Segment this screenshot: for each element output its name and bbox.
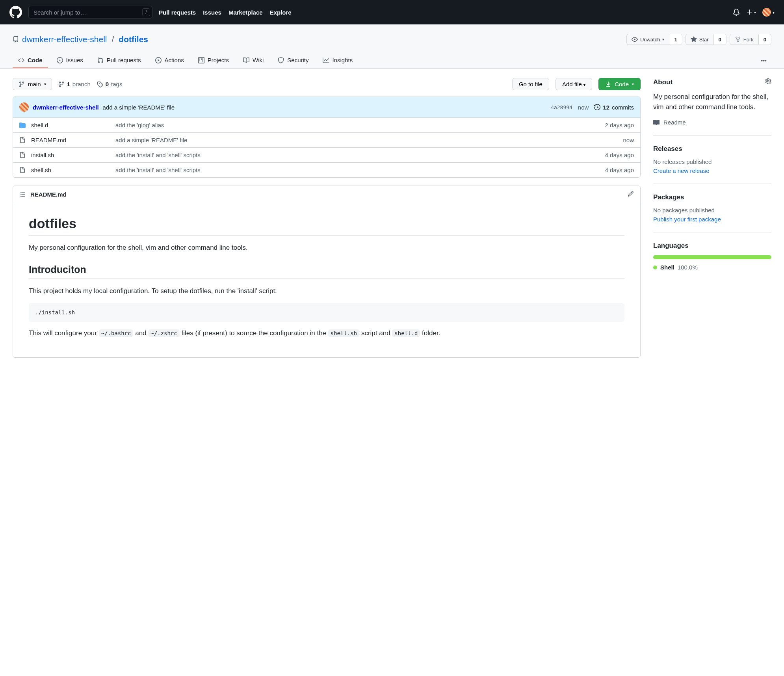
file-row: shell.shadd the 'install' and 'shell' sc…: [13, 163, 640, 177]
branch-icon: [19, 81, 25, 87]
star-count[interactable]: 0: [714, 34, 726, 45]
branches-link[interactable]: 1 branch: [58, 81, 91, 87]
history-icon: [594, 104, 600, 110]
tab-actions[interactable]: Actions: [150, 53, 189, 68]
search-container: /: [28, 6, 152, 19]
publish-package-link[interactable]: Publish your first package: [653, 216, 721, 223]
file-time: 2 days ago: [605, 122, 634, 128]
pencil-icon: [628, 191, 634, 197]
readme-link[interactable]: Readme: [653, 119, 771, 126]
commit-message-link[interactable]: add a simple 'README' file: [103, 104, 175, 111]
list-icon[interactable]: [19, 191, 26, 198]
readme-filename: README.md: [30, 191, 67, 198]
tab-wiki[interactable]: Wiki: [238, 53, 269, 68]
shield-icon: [278, 57, 284, 63]
language-name: Shell: [660, 264, 674, 271]
file-commit-link[interactable]: add the 'glog' alias: [115, 122, 164, 128]
tags-link[interactable]: 0 tags: [97, 81, 123, 87]
notifications-icon[interactable]: [733, 9, 740, 16]
issues-icon: [57, 57, 63, 63]
languages-title: Languages: [653, 242, 771, 250]
about-title: About: [653, 78, 673, 86]
nav-issues[interactable]: Issues: [203, 9, 221, 16]
fork-button[interactable]: Fork: [730, 34, 759, 45]
book-icon: [653, 119, 660, 126]
file-row: shell.dadd the 'glog' alias2 days ago: [13, 118, 640, 133]
add-file-button[interactable]: Add file ▾: [555, 78, 592, 90]
readme-p2: This project holds my local configuratio…: [29, 286, 624, 296]
folder-icon: [19, 122, 26, 128]
language-bar: [653, 255, 771, 259]
actions-icon: [155, 57, 162, 63]
fork-count[interactable]: 0: [759, 34, 771, 45]
star-button[interactable]: Star: [686, 34, 714, 45]
create-release-link[interactable]: Create a new release: [653, 167, 710, 174]
language-item[interactable]: Shell 100.0%: [653, 264, 771, 271]
branch-select-button[interactable]: main ▾: [13, 78, 52, 90]
file-name-link[interactable]: shell.sh: [31, 167, 51, 173]
repo-title: dwmkerr-effective-shell / dotfiles: [13, 35, 148, 44]
branch-name: main: [28, 81, 41, 87]
tab-pulls[interactable]: Pull requests: [92, 53, 147, 68]
file-icon: [19, 137, 26, 143]
about-section: About My personal configuration for the …: [653, 78, 771, 136]
file-list-box: dwmkerr-effective-shell add a simple 'RE…: [13, 97, 641, 178]
file-name-link[interactable]: README.md: [31, 137, 66, 143]
code-download-button[interactable]: Code ▾: [598, 78, 641, 90]
nav-explore[interactable]: Explore: [270, 9, 292, 16]
file-commit-link[interactable]: add the 'install' and 'shell' scripts: [115, 167, 201, 173]
fork-button-group: Fork 0: [730, 34, 771, 45]
about-settings-button[interactable]: [765, 78, 771, 86]
tab-code[interactable]: Code: [13, 53, 48, 68]
branch-icon: [58, 81, 65, 87]
header-actions: ▾ ▾: [733, 8, 775, 17]
nav-pull-requests[interactable]: Pull requests: [159, 9, 196, 16]
more-tabs-button[interactable]: •••: [756, 54, 771, 67]
releases-empty: No releases published: [653, 158, 771, 165]
tab-issues[interactable]: Issues: [51, 53, 89, 68]
readme-p1: My personal configuration for the shell,…: [29, 243, 624, 253]
repo-sep: /: [112, 35, 114, 44]
repo-owner-link[interactable]: dwmkerr-effective-shell: [22, 35, 107, 44]
file-row: README.mdadd a simple 'README' filenow: [13, 133, 640, 148]
file-icon: [19, 152, 26, 158]
watch-count[interactable]: 1: [669, 34, 682, 45]
commit-time: now: [578, 104, 589, 111]
readme-h2: Introduciton: [29, 264, 624, 279]
tab-insights[interactable]: Insights: [317, 53, 358, 68]
commits-link[interactable]: 12 commits: [594, 104, 634, 111]
commit-sha-link[interactable]: 4a28994: [551, 104, 572, 110]
wiki-icon: [243, 57, 249, 63]
about-description: My personal configuration for the shell,…: [653, 92, 771, 112]
unwatch-button[interactable]: Unwatch ▾: [626, 34, 670, 45]
releases-title: Releases: [653, 145, 771, 153]
language-percent: 100.0%: [678, 264, 698, 271]
user-menu[interactable]: ▾: [762, 8, 775, 17]
file-commit-link[interactable]: add the 'install' and 'shell' scripts: [115, 152, 201, 158]
file-name-link[interactable]: install.sh: [31, 152, 54, 158]
nav-marketplace[interactable]: Marketplace: [229, 9, 263, 16]
star-label: Star: [699, 37, 709, 43]
repo-nav: Code Issues Pull requests Actions Projec…: [13, 53, 771, 68]
commit-author-link[interactable]: dwmkerr-effective-shell: [33, 104, 99, 111]
readme-codeblock: ./install.sh: [29, 303, 624, 322]
eye-icon: [632, 36, 638, 43]
search-input[interactable]: [28, 6, 152, 19]
github-logo-icon[interactable]: [9, 6, 22, 19]
edit-readme-button[interactable]: [628, 191, 634, 198]
graph-icon: [323, 57, 329, 63]
tab-projects[interactable]: Projects: [193, 53, 234, 68]
global-header: / Pull requests Issues Marketplace Explo…: [0, 0, 784, 24]
go-to-file-button[interactable]: Go to file: [512, 78, 549, 90]
file-name-link[interactable]: shell.d: [31, 122, 48, 128]
readme-box: README.md dotfiles My personal configura…: [13, 186, 641, 358]
file-commit-link[interactable]: add a simple 'README' file: [115, 137, 187, 143]
commit-avatar[interactable]: [19, 102, 29, 112]
repo-name-link[interactable]: dotfiles: [119, 35, 148, 44]
tab-security[interactable]: Security: [272, 53, 314, 68]
packages-title: Packages: [653, 193, 771, 201]
gear-icon: [765, 78, 771, 84]
releases-section: Releases No releases published Create a …: [653, 145, 771, 184]
latest-commit-row: dwmkerr-effective-shell add a simple 'RE…: [13, 97, 640, 118]
create-new-dropdown[interactable]: ▾: [746, 9, 756, 16]
